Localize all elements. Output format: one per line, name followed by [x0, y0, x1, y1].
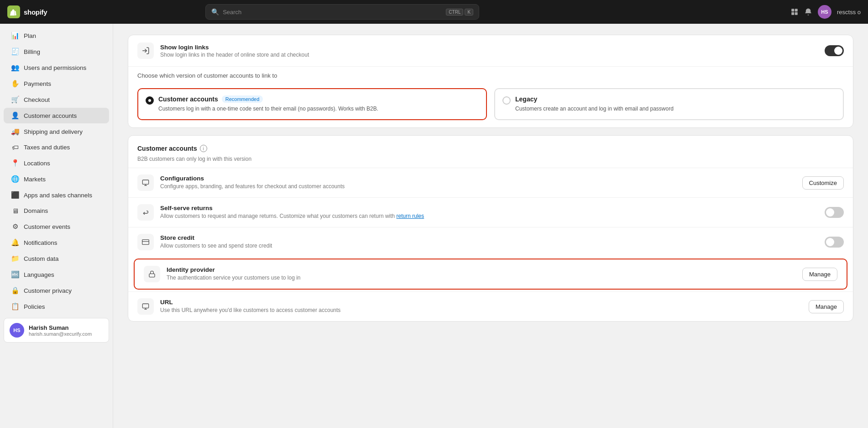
- sidebar-label-checkout: Checkout: [24, 96, 50, 103]
- svg-rect-7: [142, 304, 148, 308]
- footer-name: Harish Suman: [29, 324, 92, 331]
- sidebar-item-checkout[interactable]: 🛒 Checkout: [4, 92, 109, 107]
- sidebar-label-customer-events: Customer events: [24, 223, 70, 230]
- sidebar-item-billing[interactable]: 🧾 Billing: [4, 44, 109, 59]
- sidebar-label-markets: Markets: [24, 176, 46, 183]
- bell-icon-btn[interactable]: [804, 8, 812, 16]
- app-layout: 📊 Plan 🧾 Billing 👥 Users and permissions…: [0, 24, 868, 428]
- svg-rect-3: [795, 12, 798, 15]
- shopify-logo[interactable]: shopify: [7, 5, 47, 18]
- footer-avatar: HS: [10, 323, 24, 338]
- sidebar-item-policies[interactable]: 📋 Policies: [4, 299, 109, 314]
- url-desc: Use this URL anywhere you'd like custome…: [160, 306, 802, 314]
- store-credit-toggle-thumb: [826, 238, 834, 246]
- version-option-legacy[interactable]: Legacy Customers create an account and l…: [494, 88, 844, 120]
- toggle-thumb: [834, 47, 842, 55]
- identity-desc: The authentication service your customer…: [167, 274, 796, 282]
- sidebar-label-locations: Locations: [24, 160, 50, 167]
- users-icon: 👥: [11, 63, 19, 72]
- sidebar-item-users[interactable]: 👥 Users and permissions: [4, 60, 109, 75]
- login-version-card: Show login links Show login links in the…: [128, 35, 853, 128]
- identity-manage-button[interactable]: Manage: [802, 268, 837, 281]
- returns-toggle[interactable]: [825, 207, 844, 218]
- sidebar-item-payments[interactable]: ✋ Payments: [4, 76, 109, 91]
- svg-rect-2: [791, 12, 794, 15]
- sidebar-item-customer-accounts[interactable]: 👤 Customer accounts: [4, 108, 109, 123]
- svg-rect-4: [142, 180, 148, 184]
- sidebar-label-apps: Apps and sales channels: [24, 192, 92, 199]
- shipping-icon: 🚚: [11, 127, 19, 136]
- radio-new[interactable]: [146, 96, 154, 105]
- return-rules-link[interactable]: return rules: [397, 213, 424, 219]
- domains-icon: 🖥: [11, 207, 19, 215]
- section-subtitle: B2B customers can only log in with this …: [128, 156, 853, 168]
- version-legacy-label: Legacy: [515, 95, 674, 103]
- search-icon: 🔍: [211, 8, 219, 16]
- returns-desc: Allow customers to request and manage re…: [160, 212, 818, 220]
- toggle-track-on[interactable]: [825, 45, 844, 56]
- customize-button[interactable]: Customize: [802, 176, 844, 190]
- sidebar-item-shipping[interactable]: 🚚 Shipping and delivery: [4, 124, 109, 139]
- search-shortcut: CTRL K: [446, 9, 473, 16]
- sidebar-label-customer-accounts: Customer accounts: [24, 112, 77, 119]
- user-avatar[interactable]: HS: [818, 5, 831, 19]
- ctrl-key: CTRL: [446, 9, 463, 16]
- topnav-right: HS resctss o: [790, 5, 861, 19]
- identity-title: Identity provider: [167, 266, 796, 273]
- feature-row-identity: Identity provider The authentication ser…: [135, 259, 847, 289]
- sidebar-item-customer-privacy[interactable]: 🔒 Customer privacy: [4, 283, 109, 298]
- username-label[interactable]: resctss o: [837, 9, 861, 16]
- version-new-content: Customer accounts Recommended Customers …: [158, 95, 378, 113]
- login-links-row: Show login links Show login links in the…: [128, 35, 853, 67]
- sidebar-item-domains[interactable]: 🖥 Domains: [4, 203, 109, 218]
- login-links-toggle[interactable]: [825, 45, 844, 56]
- store-credit-title: Store credit: [160, 234, 818, 241]
- recommended-badge: Recommended: [222, 95, 263, 103]
- returns-text: Self-serve returns Allow customers to re…: [160, 205, 818, 220]
- url-manage-button[interactable]: Manage: [809, 300, 844, 313]
- feature-row-returns: Self-serve returns Allow customers to re…: [128, 197, 853, 227]
- billing-icon: 🧾: [11, 48, 19, 56]
- sidebar-item-languages[interactable]: 🔤 Languages: [4, 267, 109, 282]
- customer-accounts-card: Customer accounts i B2B customers can on…: [128, 135, 853, 322]
- main-content: Show login links Show login links in the…: [113, 24, 868, 428]
- sidebar-item-apps[interactable]: ⬛ Apps and sales channels: [4, 187, 109, 203]
- radio-legacy[interactable]: [502, 96, 511, 105]
- store-credit-icon: [137, 234, 154, 250]
- policies-icon: 📋: [11, 302, 19, 311]
- returns-title: Self-serve returns: [160, 205, 818, 211]
- customer-accounts-icon: 👤: [11, 111, 19, 120]
- store-credit-text: Store credit Allow customers to see and …: [160, 234, 818, 250]
- shopify-wordmark: shopify: [24, 8, 47, 16]
- store-credit-toggle-track[interactable]: [825, 237, 844, 248]
- sidebar-item-custom-data[interactable]: 📁 Custom data: [4, 251, 109, 266]
- customer-privacy-icon: 🔒: [11, 286, 19, 295]
- returns-toggle-track[interactable]: [825, 207, 844, 218]
- login-links-icon: [137, 42, 154, 59]
- configurations-title: Configurations: [160, 175, 796, 182]
- sidebar-item-plan[interactable]: 📊 Plan: [4, 28, 109, 43]
- svg-rect-5: [142, 240, 149, 245]
- store-credit-toggle[interactable]: [825, 237, 844, 248]
- sidebar-item-locations[interactable]: 📍 Locations: [4, 155, 109, 171]
- apps-icon-btn[interactable]: [790, 8, 799, 16]
- search-input[interactable]: [223, 9, 442, 16]
- info-icon[interactable]: i: [200, 145, 207, 152]
- sidebar-item-taxes[interactable]: 🏷 Taxes and duties: [4, 140, 109, 155]
- returns-icon: [137, 204, 154, 221]
- sidebar-footer[interactable]: HS Harish Suman harish.suman@xecurify.co…: [4, 318, 109, 343]
- payments-icon: ✋: [11, 79, 19, 88]
- identity-text: Identity provider The authentication ser…: [167, 266, 796, 282]
- configurations-desc: Configure apps, branding, and features f…: [160, 183, 796, 190]
- sidebar-item-customer-events[interactable]: ⚙ Customer events: [4, 219, 109, 234]
- store-credit-desc: Allow customers to see and spend store c…: [160, 242, 818, 250]
- version-new-desc: Customers log in with a one-time code se…: [158, 105, 378, 113]
- sidebar-item-notifications[interactable]: 🔔 Notifications: [4, 235, 109, 250]
- sidebar-label-billing: Billing: [24, 48, 40, 55]
- sidebar-label-taxes: Taxes and duties: [24, 144, 70, 151]
- search-bar[interactable]: 🔍 CTRL K: [205, 4, 479, 20]
- topnav: shopify 🔍 CTRL K HS resctss o: [0, 0, 868, 24]
- sidebar-item-markets[interactable]: 🌐 Markets: [4, 171, 109, 187]
- apps-icon: ⬛: [11, 191, 19, 199]
- version-option-new[interactable]: Customer accounts Recommended Customers …: [137, 88, 487, 120]
